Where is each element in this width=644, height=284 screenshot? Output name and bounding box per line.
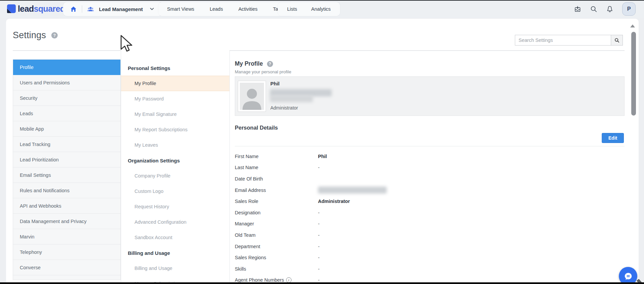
profile-name: Phil — [270, 81, 280, 86]
sidebar-item-label: Rules and Notifications — [20, 188, 69, 193]
sidebar-item-label: Email Settings — [20, 172, 51, 178]
scrollbar-up-arrow[interactable] — [630, 24, 635, 27]
sidebar-item-rules-and-notifications[interactable]: Rules and Notifications — [13, 183, 120, 198]
field-value: - — [318, 255, 320, 260]
primary-nav-group: Smart ViewsLeadsActivitiesTasks — [158, 2, 294, 16]
nav-item-analytics[interactable]: Analytics — [311, 6, 331, 12]
nav-item-leads[interactable]: Leads — [210, 6, 223, 12]
field-label: Date Of Birth — [235, 176, 318, 182]
field-row-skills: Skills- — [235, 263, 625, 275]
users-icon — [87, 5, 94, 13]
avatar-placeholder-icon — [240, 83, 264, 110]
menu-item-company-profile[interactable]: Company Profile — [121, 168, 229, 184]
sidebar-item-security[interactable]: Security — [13, 90, 120, 106]
sidebar-item-label: Security — [20, 95, 37, 101]
menu-item-sandbox-account[interactable]: Sandbox Account — [121, 230, 229, 245]
sidebar-item-profile[interactable]: Profile — [13, 60, 120, 75]
sidebar-item-label: Mobile App — [20, 126, 44, 132]
field-label: Last Name — [235, 165, 318, 170]
field-label: First Name — [235, 154, 318, 159]
menu-item-advanced-configuration[interactable]: Advanced Configuration — [121, 214, 229, 230]
top-navigation-bar: leadsquared Lead Management Smart ViewsL… — [0, 0, 644, 18]
menu-item-my-password[interactable]: My Password — [121, 91, 229, 106]
sidebar-item-label: Converse — [20, 265, 41, 270]
field-value: - — [318, 210, 320, 215]
scrollbar-thumb[interactable] — [631, 32, 636, 116]
content-title: My Profile — [235, 60, 263, 67]
workspace-selector[interactable]: Lead Management — [99, 6, 143, 12]
topbar-actions: P — [574, 0, 636, 18]
panel-top-border — [13, 50, 625, 51]
redacted-value-bar — [318, 187, 387, 194]
menu-section-organization-settings: Organization Settings — [121, 153, 229, 168]
profile-role: Administrator — [270, 105, 298, 111]
profile-photo[interactable] — [238, 81, 266, 112]
settings-page-card: Settings ? ProfileUsers and PermissionsS… — [6, 19, 639, 284]
profile-summary-card: Phil Administrator — [235, 76, 625, 116]
sidebar-item-lead-prioritization[interactable]: Lead Prioritization — [13, 152, 120, 167]
sidebar-item-lead-tracking[interactable]: Lead Tracking — [13, 137, 120, 152]
my-profile-help-icon[interactable]: ? — [267, 61, 273, 67]
leadsquared-logo-text: leadsquared — [18, 4, 65, 13]
user-avatar[interactable]: P — [622, 2, 636, 16]
sidebar-item-label: Users and Permissions — [20, 80, 70, 85]
sidebar-item-email-settings[interactable]: Email Settings — [13, 167, 120, 183]
field-value: - — [318, 266, 320, 272]
content-subtitle: Manage your personal profile — [235, 69, 291, 74]
workspace-pill: Lead Management — [63, 2, 162, 16]
nav-item-lists[interactable]: Lists — [287, 6, 297, 12]
edit-button[interactable]: Edit — [602, 133, 624, 143]
field-label: Skills — [235, 266, 318, 272]
home-icon[interactable] — [70, 5, 77, 13]
sidebar-item-marvin[interactable]: Marvin — [13, 229, 120, 244]
nav-item-smart-views[interactable]: Smart Views — [167, 6, 194, 12]
settings-search-button[interactable] — [611, 35, 623, 46]
sidebar-item-converse[interactable]: Converse — [13, 260, 120, 275]
sidebar-item-label: Profile — [20, 65, 34, 70]
field-row-sales-regions: Sales Regions- — [235, 252, 625, 263]
field-row-date-of-birth: Date Of Birth — [235, 173, 625, 185]
leadsquared-logo[interactable]: leadsquared — [7, 4, 65, 13]
menu-item-request-history[interactable]: Request History — [121, 199, 229, 214]
inbox-icon[interactable] — [574, 5, 581, 13]
sidebar-item-label: Lead Tracking — [20, 142, 50, 147]
chevron-down-icon[interactable] — [148, 5, 156, 13]
settings-menu-column: Personal SettingsMy ProfileMy PasswordMy… — [121, 50, 230, 284]
field-row-first-name: First NamePhil — [235, 151, 625, 162]
redacted-phone-bar — [270, 95, 313, 102]
sidebar-item-data-management-and-privacy[interactable]: Data Management and Privacy — [13, 214, 120, 229]
field-row-last-name: Last Name- — [235, 162, 625, 173]
sidebar-item-item[interactable] — [13, 275, 120, 280]
menu-section-billing-and-usage: Billing and Usage — [121, 245, 229, 261]
sidebar-item-mobile-app[interactable]: Mobile App — [13, 121, 120, 137]
info-icon[interactable]: i — [286, 277, 291, 283]
sidebar-item-label: Marvin — [20, 234, 35, 239]
field-value: - — [318, 244, 320, 249]
settings-help-icon[interactable]: ? — [51, 32, 58, 39]
menu-item-custom-logo[interactable]: Custom Logo — [121, 184, 229, 199]
nav-item-activities[interactable]: Activities — [238, 6, 258, 12]
page-title-row: Settings ? — [13, 30, 58, 41]
sidebar-item-label: Telephony — [20, 250, 42, 255]
field-label: Old Team — [235, 232, 318, 238]
notifications-bell-icon[interactable] — [606, 5, 613, 13]
sidebar-item-label: Data Management and Privacy — [20, 219, 87, 224]
menu-item-my-leaves[interactable]: My Leaves — [121, 137, 229, 153]
leadsquared-logo-icon — [7, 4, 16, 13]
sidebar-item-api-and-webhooks[interactable]: API and Webhooks — [13, 198, 120, 214]
personal-details-fields: First NamePhilLast Name-Date Of BirthEma… — [235, 145, 625, 284]
menu-item-my-report-subscriptions[interactable]: My Report Subscriptions — [121, 122, 229, 137]
settings-search-input[interactable] — [515, 35, 611, 46]
sidebar-item-label: Lead Prioritization — [20, 157, 59, 162]
menu-item-billing-and-usage[interactable]: Billing and Usage — [121, 261, 229, 276]
chat-bubble-button[interactable] — [619, 267, 637, 284]
field-value: - — [318, 221, 320, 226]
menu-item-my-profile[interactable]: My Profile — [121, 76, 229, 91]
sidebar-item-leads[interactable]: Leads — [13, 106, 120, 121]
sidebar-item-users-and-permissions[interactable]: Users and Permissions — [13, 75, 120, 90]
search-icon[interactable] — [590, 5, 597, 13]
field-row-department: Department- — [235, 241, 625, 252]
nav-divider — [82, 5, 82, 13]
sidebar-item-telephony[interactable]: Telephony — [13, 244, 120, 260]
menu-item-my-email-signature[interactable]: My Email Signature — [121, 106, 229, 122]
